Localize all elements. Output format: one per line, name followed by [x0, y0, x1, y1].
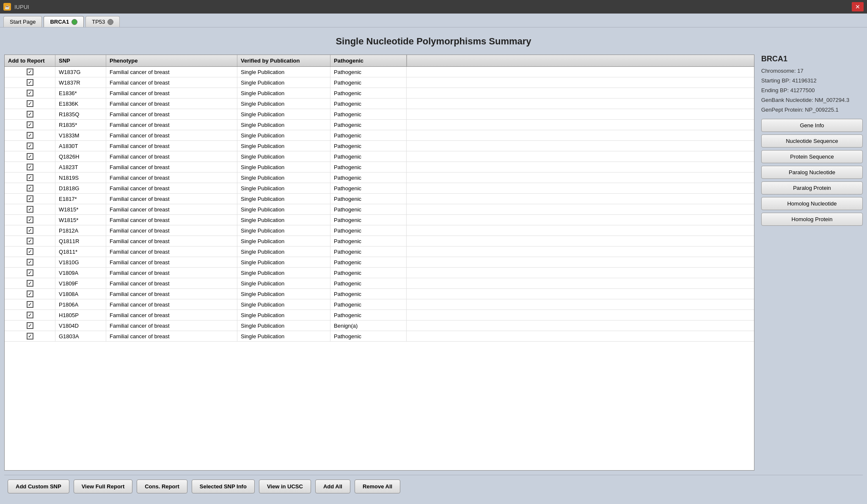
checkbox[interactable] [27, 79, 33, 86]
pathogenic-cell: Pathogenic [330, 194, 407, 204]
phenotype-cell: Familial cancer of breast [106, 183, 237, 193]
checkbox-cell[interactable] [5, 120, 55, 130]
checkbox-cell[interactable] [5, 151, 55, 162]
checkbox[interactable] [27, 90, 33, 96]
checkbox-cell[interactable] [5, 99, 55, 109]
checkbox[interactable] [27, 280, 33, 287]
sidebar-btn-paralog-protein[interactable]: Paralog Protein [761, 181, 863, 194]
checkbox-cell[interactable] [5, 268, 55, 278]
pathogenic-cell: Pathogenic [330, 67, 407, 77]
checkbox-cell[interactable] [5, 247, 55, 257]
verified-cell: Single Publication [237, 67, 330, 77]
verified-cell: Single Publication [237, 268, 330, 278]
checkbox-cell[interactable] [5, 320, 55, 331]
pathogenic-cell: Pathogenic [330, 120, 407, 130]
checkbox[interactable] [27, 238, 33, 244]
checkbox[interactable] [27, 301, 33, 308]
tab-start-page[interactable]: Start Page [3, 16, 42, 27]
table-row: Q1811*Familial cancer of breastSingle Pu… [5, 247, 754, 257]
checkbox[interactable] [27, 142, 33, 149]
checkbox[interactable] [27, 259, 33, 266]
checkbox-cell[interactable] [5, 141, 55, 151]
checkbox-cell[interactable] [5, 77, 55, 88]
toolbar-btn-view-in-ucsc[interactable]: View in UCSC [259, 479, 311, 493]
snp-cell: Q1826H [55, 151, 106, 162]
verified-cell: Single Publication [237, 141, 330, 151]
snp-cell: R1835Q [55, 109, 106, 119]
title-bar: ☕ IUPUI ✕ [0, 0, 867, 14]
checkbox-cell[interactable] [5, 257, 55, 267]
checkbox-cell[interactable] [5, 194, 55, 204]
tab-brca1-label: BRCA1 [50, 19, 69, 25]
pathogenic-cell: Pathogenic [330, 278, 407, 288]
checkbox-cell[interactable] [5, 236, 55, 246]
toolbar-btn-selected-snp-info[interactable]: Selected SNP Info [192, 479, 255, 493]
checkbox[interactable] [27, 322, 33, 329]
checkbox[interactable] [27, 153, 33, 160]
checkbox-cell[interactable] [5, 109, 55, 119]
checkbox-cell[interactable] [5, 130, 55, 140]
snp-cell: W1815* [55, 215, 106, 225]
checkbox[interactable] [27, 111, 33, 118]
toolbar-btn-add-all[interactable]: Add All [315, 479, 350, 493]
sidebar-btn-paralog-nucleotide[interactable]: Paralog Nucleotide [761, 166, 863, 179]
checkbox-cell[interactable] [5, 173, 55, 183]
phenotype-cell: Familial cancer of breast [106, 109, 237, 119]
app-title: IUPUI [14, 4, 29, 10]
checkbox-cell[interactable] [5, 225, 55, 236]
checkbox[interactable] [27, 195, 33, 202]
checkbox[interactable] [27, 206, 33, 213]
sidebar-btn-gene-info[interactable]: Gene Info [761, 119, 863, 132]
checkbox[interactable] [27, 227, 33, 234]
snp-cell: A1823T [55, 162, 106, 172]
checkbox[interactable] [27, 121, 33, 128]
phenotype-cell: Familial cancer of breast [106, 162, 237, 172]
checkbox-cell[interactable] [5, 278, 55, 288]
sidebar-btn-nucleotide-sequence[interactable]: Nucleotide Sequence [761, 134, 863, 148]
sidebar-btn-protein-sequence[interactable]: Protein Sequence [761, 150, 863, 163]
sidebar-btn-homolog-nucleotide[interactable]: Homolog Nucleotide [761, 197, 863, 210]
sidebar-btn-homolog-protein[interactable]: Homolog Protein [761, 213, 863, 226]
tab-tp53[interactable]: TP53 [85, 16, 120, 27]
checkbox[interactable] [27, 68, 33, 75]
checkbox[interactable] [27, 290, 33, 297]
checkbox-cell[interactable] [5, 162, 55, 172]
sidebar: BRCA1 Chromosome: 17 Starting BP: 411963… [761, 55, 863, 471]
toolbar-btn-remove-all[interactable]: Remove All [355, 479, 400, 493]
toolbar-btn-view-full-report[interactable]: View Full Report [74, 479, 133, 493]
checkbox[interactable] [27, 269, 33, 276]
checkbox[interactable] [27, 216, 33, 223]
checkbox[interactable] [27, 174, 33, 181]
checkbox[interactable] [27, 333, 33, 340]
checkbox[interactable] [27, 132, 33, 139]
pathogenic-cell: Pathogenic [330, 77, 407, 88]
main-content: Single Nucleotide Polymorphisms Summary … [0, 27, 867, 502]
checkbox-cell[interactable] [5, 183, 55, 193]
checkbox[interactable] [27, 248, 33, 255]
toolbar-btn-cons.-report[interactable]: Cons. Report [137, 479, 187, 493]
checkbox-cell[interactable] [5, 289, 55, 299]
phenotype-cell: Familial cancer of breast [106, 67, 237, 77]
toolbar-btn-add-custom-snp[interactable]: Add Custom SNP [8, 479, 69, 493]
checkbox-cell[interactable] [5, 310, 55, 320]
verified-cell: Single Publication [237, 173, 330, 183]
snp-cell: E1817* [55, 194, 106, 204]
table-row: V1810GFamilial cancer of breastSingle Pu… [5, 257, 754, 268]
tab-brca1[interactable]: BRCA1 [44, 16, 84, 27]
verified-cell: Single Publication [237, 120, 330, 130]
checkbox[interactable] [27, 185, 33, 192]
checkbox-cell[interactable] [5, 204, 55, 214]
checkbox-cell[interactable] [5, 215, 55, 225]
checkbox-cell[interactable] [5, 331, 55, 341]
pathogenic-cell: Pathogenic [330, 225, 407, 236]
checkbox-cell[interactable] [5, 299, 55, 310]
checkbox-cell[interactable] [5, 88, 55, 98]
checkbox[interactable] [27, 100, 33, 107]
checkbox[interactable] [27, 164, 33, 170]
phenotype-cell: Familial cancer of breast [106, 310, 237, 320]
close-button[interactable]: ✕ [852, 2, 864, 11]
table-body[interactable]: W1837GFamilial cancer of breastSingle Pu… [5, 67, 754, 470]
snp-cell: G1803A [55, 331, 106, 341]
checkbox[interactable] [27, 312, 33, 318]
checkbox-cell[interactable] [5, 67, 55, 77]
